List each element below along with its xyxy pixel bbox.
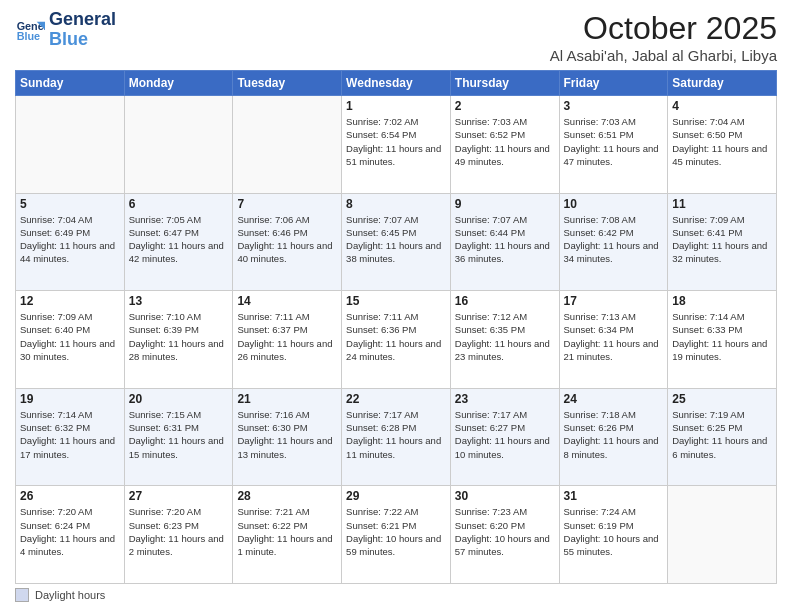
calendar-cell: 26Sunrise: 7:20 AM Sunset: 6:24 PM Dayli…: [16, 486, 125, 584]
day-info: Sunrise: 7:17 AM Sunset: 6:28 PM Dayligh…: [346, 408, 446, 461]
day-number: 15: [346, 294, 446, 308]
day-number: 17: [564, 294, 664, 308]
calendar-cell: 6Sunrise: 7:05 AM Sunset: 6:47 PM Daylig…: [124, 193, 233, 291]
day-info: Sunrise: 7:20 AM Sunset: 6:24 PM Dayligh…: [20, 505, 120, 558]
day-number: 30: [455, 489, 555, 503]
logo-line1: General: [49, 10, 116, 30]
calendar-cell: 18Sunrise: 7:14 AM Sunset: 6:33 PM Dayli…: [668, 291, 777, 389]
day-info: Sunrise: 7:11 AM Sunset: 6:37 PM Dayligh…: [237, 310, 337, 363]
day-number: 2: [455, 99, 555, 113]
day-number: 29: [346, 489, 446, 503]
calendar-week-row: 19Sunrise: 7:14 AM Sunset: 6:32 PM Dayli…: [16, 388, 777, 486]
calendar-cell: [668, 486, 777, 584]
calendar-cell: 17Sunrise: 7:13 AM Sunset: 6:34 PM Dayli…: [559, 291, 668, 389]
page: General Blue General Blue October 2025 A…: [0, 0, 792, 612]
day-info: Sunrise: 7:04 AM Sunset: 6:50 PM Dayligh…: [672, 115, 772, 168]
calendar-week-row: 12Sunrise: 7:09 AM Sunset: 6:40 PM Dayli…: [16, 291, 777, 389]
day-info: Sunrise: 7:03 AM Sunset: 6:52 PM Dayligh…: [455, 115, 555, 168]
logo-text: General Blue: [49, 10, 116, 50]
calendar-cell: 9Sunrise: 7:07 AM Sunset: 6:44 PM Daylig…: [450, 193, 559, 291]
day-info: Sunrise: 7:09 AM Sunset: 6:41 PM Dayligh…: [672, 213, 772, 266]
day-info: Sunrise: 7:21 AM Sunset: 6:22 PM Dayligh…: [237, 505, 337, 558]
header: General Blue General Blue October 2025 A…: [15, 10, 777, 64]
calendar-header: SundayMondayTuesdayWednesdayThursdayFrid…: [16, 71, 777, 96]
title-block: October 2025 Al Asabi'ah, Jabal al Gharb…: [550, 10, 777, 64]
day-number: 18: [672, 294, 772, 308]
weekday-header-thursday: Thursday: [450, 71, 559, 96]
day-number: 23: [455, 392, 555, 406]
calendar-cell: 22Sunrise: 7:17 AM Sunset: 6:28 PM Dayli…: [342, 388, 451, 486]
weekday-header-sunday: Sunday: [16, 71, 125, 96]
day-info: Sunrise: 7:04 AM Sunset: 6:49 PM Dayligh…: [20, 213, 120, 266]
day-number: 13: [129, 294, 229, 308]
calendar-cell: 12Sunrise: 7:09 AM Sunset: 6:40 PM Dayli…: [16, 291, 125, 389]
calendar-cell: 1Sunrise: 7:02 AM Sunset: 6:54 PM Daylig…: [342, 96, 451, 194]
calendar-cell: 27Sunrise: 7:20 AM Sunset: 6:23 PM Dayli…: [124, 486, 233, 584]
day-info: Sunrise: 7:20 AM Sunset: 6:23 PM Dayligh…: [129, 505, 229, 558]
day-info: Sunrise: 7:14 AM Sunset: 6:32 PM Dayligh…: [20, 408, 120, 461]
weekday-header-friday: Friday: [559, 71, 668, 96]
calendar-cell: 2Sunrise: 7:03 AM Sunset: 6:52 PM Daylig…: [450, 96, 559, 194]
day-number: 11: [672, 197, 772, 211]
calendar-cell: [233, 96, 342, 194]
weekday-header-saturday: Saturday: [668, 71, 777, 96]
day-info: Sunrise: 7:22 AM Sunset: 6:21 PM Dayligh…: [346, 505, 446, 558]
calendar-cell: 28Sunrise: 7:21 AM Sunset: 6:22 PM Dayli…: [233, 486, 342, 584]
day-info: Sunrise: 7:06 AM Sunset: 6:46 PM Dayligh…: [237, 213, 337, 266]
day-info: Sunrise: 7:09 AM Sunset: 6:40 PM Dayligh…: [20, 310, 120, 363]
weekday-header-tuesday: Tuesday: [233, 71, 342, 96]
day-number: 5: [20, 197, 120, 211]
calendar-cell: 30Sunrise: 7:23 AM Sunset: 6:20 PM Dayli…: [450, 486, 559, 584]
day-number: 24: [564, 392, 664, 406]
calendar-cell: 15Sunrise: 7:11 AM Sunset: 6:36 PM Dayli…: [342, 291, 451, 389]
day-number: 20: [129, 392, 229, 406]
calendar-week-row: 26Sunrise: 7:20 AM Sunset: 6:24 PM Dayli…: [16, 486, 777, 584]
calendar-cell: 23Sunrise: 7:17 AM Sunset: 6:27 PM Dayli…: [450, 388, 559, 486]
day-info: Sunrise: 7:11 AM Sunset: 6:36 PM Dayligh…: [346, 310, 446, 363]
day-number: 1: [346, 99, 446, 113]
calendar-week-row: 5Sunrise: 7:04 AM Sunset: 6:49 PM Daylig…: [16, 193, 777, 291]
calendar-cell: 5Sunrise: 7:04 AM Sunset: 6:49 PM Daylig…: [16, 193, 125, 291]
day-number: 10: [564, 197, 664, 211]
calendar-cell: 3Sunrise: 7:03 AM Sunset: 6:51 PM Daylig…: [559, 96, 668, 194]
calendar-cell: 25Sunrise: 7:19 AM Sunset: 6:25 PM Dayli…: [668, 388, 777, 486]
day-info: Sunrise: 7:07 AM Sunset: 6:44 PM Dayligh…: [455, 213, 555, 266]
day-info: Sunrise: 7:10 AM Sunset: 6:39 PM Dayligh…: [129, 310, 229, 363]
day-number: 27: [129, 489, 229, 503]
day-number: 26: [20, 489, 120, 503]
day-number: 16: [455, 294, 555, 308]
day-info: Sunrise: 7:07 AM Sunset: 6:45 PM Dayligh…: [346, 213, 446, 266]
logo-icon: General Blue: [15, 15, 45, 45]
main-title: October 2025: [550, 10, 777, 47]
calendar-cell: 7Sunrise: 7:06 AM Sunset: 6:46 PM Daylig…: [233, 193, 342, 291]
calendar-cell: 8Sunrise: 7:07 AM Sunset: 6:45 PM Daylig…: [342, 193, 451, 291]
calendar-body: 1Sunrise: 7:02 AM Sunset: 6:54 PM Daylig…: [16, 96, 777, 584]
calendar-cell: 29Sunrise: 7:22 AM Sunset: 6:21 PM Dayli…: [342, 486, 451, 584]
day-info: Sunrise: 7:19 AM Sunset: 6:25 PM Dayligh…: [672, 408, 772, 461]
calendar-cell: [16, 96, 125, 194]
calendar-cell: 16Sunrise: 7:12 AM Sunset: 6:35 PM Dayli…: [450, 291, 559, 389]
daylight-legend-label: Daylight hours: [35, 589, 105, 601]
day-number: 7: [237, 197, 337, 211]
day-number: 8: [346, 197, 446, 211]
calendar-cell: 13Sunrise: 7:10 AM Sunset: 6:39 PM Dayli…: [124, 291, 233, 389]
calendar-cell: 21Sunrise: 7:16 AM Sunset: 6:30 PM Dayli…: [233, 388, 342, 486]
weekday-row: SundayMondayTuesdayWednesdayThursdayFrid…: [16, 71, 777, 96]
day-info: Sunrise: 7:23 AM Sunset: 6:20 PM Dayligh…: [455, 505, 555, 558]
calendar-week-row: 1Sunrise: 7:02 AM Sunset: 6:54 PM Daylig…: [16, 96, 777, 194]
day-number: 4: [672, 99, 772, 113]
day-info: Sunrise: 7:13 AM Sunset: 6:34 PM Dayligh…: [564, 310, 664, 363]
calendar-cell: 4Sunrise: 7:04 AM Sunset: 6:50 PM Daylig…: [668, 96, 777, 194]
day-info: Sunrise: 7:08 AM Sunset: 6:42 PM Dayligh…: [564, 213, 664, 266]
day-number: 22: [346, 392, 446, 406]
day-info: Sunrise: 7:14 AM Sunset: 6:33 PM Dayligh…: [672, 310, 772, 363]
day-number: 19: [20, 392, 120, 406]
calendar-cell: 20Sunrise: 7:15 AM Sunset: 6:31 PM Dayli…: [124, 388, 233, 486]
day-number: 9: [455, 197, 555, 211]
weekday-header-monday: Monday: [124, 71, 233, 96]
calendar-cell: 24Sunrise: 7:18 AM Sunset: 6:26 PM Dayli…: [559, 388, 668, 486]
weekday-header-wednesday: Wednesday: [342, 71, 451, 96]
day-info: Sunrise: 7:17 AM Sunset: 6:27 PM Dayligh…: [455, 408, 555, 461]
calendar-cell: 19Sunrise: 7:14 AM Sunset: 6:32 PM Dayli…: [16, 388, 125, 486]
day-info: Sunrise: 7:05 AM Sunset: 6:47 PM Dayligh…: [129, 213, 229, 266]
